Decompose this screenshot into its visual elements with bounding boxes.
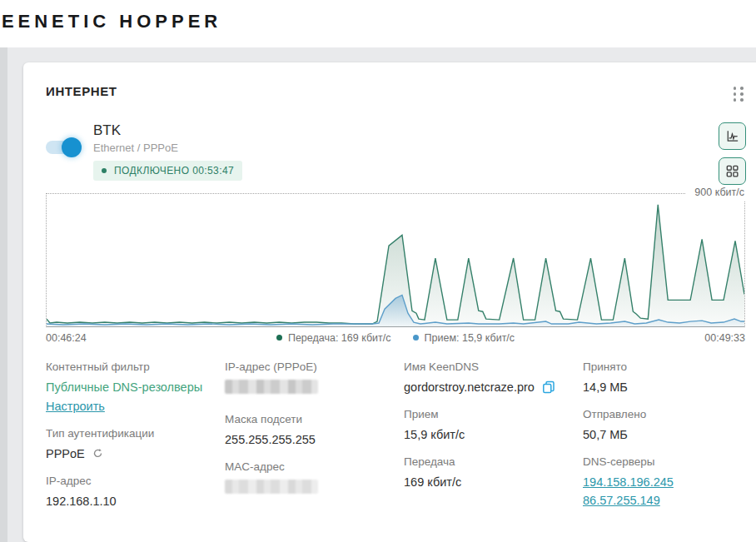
legend-item-tx: Передача: 169 кбит/с (276, 332, 391, 344)
refresh-icon[interactable] (92, 448, 103, 459)
chart-legend: Передача: 169 кбит/с Прием: 15,9 кбит/с (87, 332, 705, 344)
configure-link[interactable]: Настроить (46, 400, 105, 413)
legend-rx-text: Прием: 15,9 кбит/с (425, 332, 515, 344)
detail-value: Публичные DNS-резолверы (46, 380, 210, 395)
connection-type: Ethernet / PPPoE (93, 142, 719, 154)
detail-value: PPPoE (46, 446, 85, 461)
y-axis-max-label: 900 кбит/с (686, 186, 745, 201)
detail-value: 169 кбит/с (404, 475, 568, 490)
traffic-chart-canvas (47, 194, 744, 326)
drag-handle-icon[interactable] (731, 84, 747, 104)
detail-mac-address: MAC-адрес (225, 460, 404, 494)
app-logo: KEENETIC HOPPER (0, 11, 221, 32)
copy-icon[interactable] (542, 380, 555, 394)
detail-label: MAC-адрес (225, 460, 389, 474)
detail-label: IP-адрес (46, 475, 210, 488)
detail-label: Контентный фильтр (46, 361, 210, 374)
app-header: KEENETIC HOPPER (0, 0, 756, 47)
status-dot-icon (102, 168, 107, 173)
grid-view-button[interactable] (719, 157, 746, 185)
detail-sent: Отправлено 50,7 МБ (583, 408, 756, 442)
legend-tx-dot-icon (276, 335, 282, 341)
line-chart-icon (724, 128, 740, 144)
detail-ip-address: IP-адрес 192.168.1.10 (46, 475, 225, 509)
detail-value: gordorstroy.netcraze.pro (404, 380, 535, 395)
connection-name: BTK (93, 122, 719, 139)
internet-card: ИНТЕРНЕТ BTK Ethernet / PPPoE ПОДКЛЮЧЕНО… (23, 62, 756, 542)
detail-value: 192.168.1.10 (46, 494, 210, 509)
detail-subnet-mask: Маска подсети 255.255.255.255 (225, 413, 404, 447)
traffic-chart[interactable]: 900 кбит/с (46, 193, 745, 327)
legend-rx-dot-icon (413, 335, 419, 341)
legend-tx-text: Передача: 169 кбит/с (288, 332, 391, 344)
detail-auth-type: Тип аутентификации PPPoE (46, 427, 225, 461)
detail-label: IP-адрес (PPPoE) (225, 361, 389, 374)
detail-label: Тип аутентификации (46, 427, 210, 440)
detail-ip-pppoe: IP-адрес (PPPoE) (225, 361, 404, 394)
page-title: ИНТЕРНЕТ (46, 84, 117, 98)
dns-server-link-2[interactable]: 86.57.255.149 (583, 493, 747, 508)
status-text: ПОДКЛЮЧЕНО 00:53:47 (114, 165, 234, 177)
detail-tx-rate: Передача 169 кбит/с (404, 455, 583, 490)
page-background: ИНТЕРНЕТ BTK Ethernet / PPPoE ПОДКЛЮЧЕНО… (0, 47, 756, 542)
detail-rx-rate: Прием 15,9 кбит/с (404, 408, 583, 442)
detail-dns-servers: DNS-серверы 194.158.196.245 86.57.255.14… (583, 455, 756, 508)
details-column-1: Контентный фильтр Публичные DNS-резолвер… (46, 361, 225, 522)
detail-label: Передача (404, 455, 568, 469)
detail-label: Отправлено (583, 408, 747, 421)
connection-toggle[interactable] (46, 141, 79, 154)
status-badge: ПОДКЛЮЧЕНО 00:53:47 (93, 161, 242, 181)
detail-value: 15,9 кбит/с (404, 427, 568, 442)
details-column-3: Имя KeenDNS gordorstroy.netcraze.pro При… (404, 361, 583, 503)
detail-value: 14,9 МБ (583, 380, 747, 395)
connection-details: Контентный фильтр Публичные DNS-резолвер… (46, 361, 756, 522)
detail-label: Принято (583, 361, 747, 374)
redacted-value (225, 380, 318, 394)
dns-server-link-1[interactable]: 194.158.196.245 (583, 475, 747, 490)
detail-label: DNS-серверы (583, 455, 747, 469)
detail-received: Принято 14,9 МБ (583, 361, 756, 395)
toggle-knob (62, 137, 82, 157)
detail-content-filter: Контентный фильтр Публичные DNS-резолвер… (46, 361, 225, 414)
connection-row: BTK Ethernet / PPPoE ПОДКЛЮЧЕНО 00:53:47 (46, 122, 746, 185)
details-column-4: Принято 14,9 МБ Отправлено 50,7 МБ DNS-с… (583, 361, 756, 521)
legend-item-rx: Прием: 15,9 кбит/с (413, 332, 515, 344)
chart-view-button[interactable] (719, 122, 746, 150)
details-column-2: IP-адрес (PPPoE) Маска подсети 255.255.2… (225, 361, 404, 507)
time-start-label: 00:46:24 (46, 332, 87, 344)
detail-value: 50,7 МБ (583, 427, 747, 442)
detail-label: Маска подсети (225, 413, 389, 426)
detail-keendns-name: Имя KeenDNS gordorstroy.netcraze.pro (404, 361, 583, 395)
grid-icon (724, 163, 740, 179)
detail-label: Имя KeenDNS (404, 361, 568, 374)
detail-label: Прием (404, 408, 568, 421)
time-end-label: 00:49:33 (704, 332, 745, 344)
redacted-value (225, 480, 318, 494)
page-edge-strip (0, 47, 7, 542)
detail-value: 255.255.255.255 (225, 432, 389, 447)
traffic-chart-block: 900 кбит/с 00:46:24 Передача: 169 кбит/с… (46, 193, 746, 344)
